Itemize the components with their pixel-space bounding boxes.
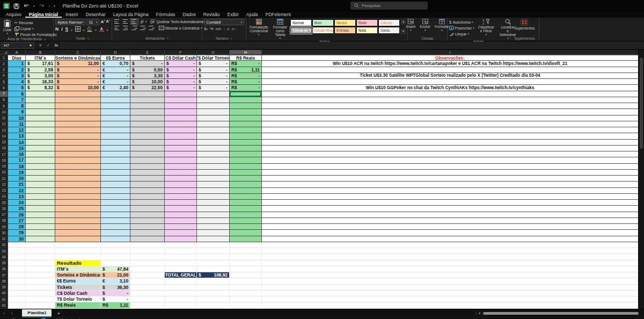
cell-A24[interactable]: 23	[8, 194, 26, 200]
cell-F7[interactable]	[165, 91, 197, 97]
cell-C13[interactable]	[55, 127, 101, 133]
cell-D30[interactable]	[101, 230, 130, 236]
cell-C31[interactable]	[55, 236, 101, 242]
cell-B26[interactable]	[26, 206, 55, 212]
cell-D7[interactable]	[101, 91, 130, 97]
cell-style-chip[interactable]: Célula de Ve...	[290, 27, 312, 34]
row-header-24[interactable]: 24	[0, 194, 8, 200]
cell-C26[interactable]	[55, 206, 101, 212]
cell-G3[interactable]: $-	[197, 67, 230, 73]
cell-D27[interactable]	[101, 212, 130, 218]
cell-A18[interactable]: 17	[8, 157, 26, 163]
cell-E11[interactable]	[130, 115, 165, 121]
cell-C6[interactable]: $10,00	[55, 85, 101, 91]
cell-style-chip[interactable]: Neutro	[334, 19, 356, 26]
increase-indent-icon[interactable]	[148, 25, 155, 31]
qat-customize-icon[interactable]: ▾	[54, 5, 55, 8]
cell-H13[interactable]	[230, 127, 262, 133]
cell-H26[interactable]	[230, 206, 262, 212]
cell-I6[interactable]: Win U$10 GGPoker no chat da Twitch Cynth…	[262, 85, 639, 91]
cell-E1[interactable]: Tickets	[130, 55, 165, 61]
ribbon-tab-ajuda[interactable]: Ajuda	[243, 12, 262, 18]
cell-G26[interactable]	[197, 206, 230, 212]
cell-H5[interactable]: R$-	[230, 79, 262, 85]
vertical-scrollbar-thumb[interactable]	[640, 57, 643, 149]
cell-D35[interactable]	[101, 260, 130, 266]
decrease-decimal-icon[interactable]: .0→	[231, 27, 237, 31]
cell-E4[interactable]: $3,30	[130, 73, 165, 79]
cell-B34[interactable]	[26, 254, 55, 260]
cell-A17[interactable]: 16	[8, 151, 26, 157]
cell-C8[interactable]	[55, 97, 101, 103]
cell-H27[interactable]	[230, 212, 262, 218]
cell-I16[interactable]	[262, 146, 639, 151]
cell-F36[interactable]	[165, 266, 197, 272]
cell-H11[interactable]	[230, 115, 262, 121]
cell-B31[interactable]	[26, 236, 55, 242]
cell-D22[interactable]	[101, 182, 130, 187]
cell-I13[interactable]	[262, 127, 639, 133]
cell-B39[interactable]	[26, 285, 55, 291]
cell-F41[interactable]	[165, 296, 197, 302]
paste-button[interactable]: Colar ▾	[2, 19, 13, 35]
cell-A10[interactable]: 9	[8, 109, 26, 115]
cell-C38[interactable]: €$ Euros	[55, 278, 101, 284]
row-header-22[interactable]: 22	[0, 182, 8, 187]
cell-G21[interactable]	[197, 176, 230, 182]
cell-I21[interactable]	[262, 176, 639, 182]
decrease-font-icon[interactable]: A˅	[106, 19, 110, 25]
cell-H41[interactable]	[230, 296, 262, 302]
cell-I38[interactable]	[262, 278, 639, 284]
cell-F1[interactable]: C$ Dólar Cash	[165, 55, 197, 61]
cell-A28[interactable]: 27	[8, 218, 26, 224]
cell-H31[interactable]	[230, 236, 262, 242]
cell-C15[interactable]	[55, 140, 101, 146]
cell-H7[interactable]	[230, 91, 262, 97]
sheet-nav-right-icon[interactable]: ›	[8, 311, 16, 316]
cell-I23[interactable]	[262, 188, 639, 194]
row-header-15[interactable]: 15	[0, 140, 8, 146]
cell-A42[interactable]	[8, 302, 26, 308]
ribbon-tab-pdfelement[interactable]: PDFelement	[262, 12, 295, 18]
comma-style-icon[interactable]: 000	[216, 27, 221, 31]
cell-E25[interactable]	[130, 200, 165, 206]
cell-E32[interactable]	[130, 242, 165, 248]
cell-F20[interactable]	[165, 170, 197, 176]
cell-B35[interactable]	[26, 260, 55, 266]
cell-A8[interactable]: 7	[8, 97, 26, 103]
accounting-format-icon[interactable]: $▾	[204, 26, 208, 31]
row-header-26[interactable]: 26	[0, 206, 8, 212]
decrease-indent-icon[interactable]	[140, 25, 147, 31]
cell-C39[interactable]: Tickets	[55, 285, 101, 291]
cell-E39[interactable]	[130, 285, 165, 291]
cell-C22[interactable]	[55, 182, 101, 187]
cell-C7[interactable]	[55, 91, 101, 97]
row-header-32[interactable]: 32	[0, 242, 8, 248]
row-header-36[interactable]: 36	[0, 266, 8, 272]
cell-G19[interactable]	[197, 164, 230, 170]
row-header-27[interactable]: 27	[0, 212, 8, 218]
ribbon-tab-fórmulas[interactable]: Fórmulas	[152, 12, 179, 18]
cell-I34[interactable]	[262, 254, 639, 260]
cell-E3[interactable]: $0,50	[130, 67, 165, 73]
cell-C1[interactable]: Sorteios e Dinâmicas	[55, 55, 101, 61]
cell-C9[interactable]	[55, 103, 101, 109]
cell-E35[interactable]	[130, 260, 165, 266]
cell-C36[interactable]: ITM´s	[55, 266, 101, 272]
hscroll-left-icon[interactable]: ◄	[478, 311, 481, 315]
cell-A15[interactable]: 14	[8, 140, 26, 146]
cell-D32[interactable]	[101, 242, 130, 248]
align-top-icon[interactable]	[114, 19, 121, 24]
italic-button[interactable]: I	[61, 26, 62, 32]
cell-G20[interactable]	[197, 170, 230, 176]
cell-I27[interactable]	[262, 212, 639, 218]
cell-I18[interactable]	[262, 157, 639, 163]
cell-F9[interactable]	[165, 103, 197, 109]
cell-A20[interactable]: 19	[8, 170, 26, 176]
cell-B10[interactable]	[26, 109, 55, 115]
row-header-25[interactable]: 25	[0, 200, 8, 206]
row-header-31[interactable]: 31	[0, 236, 8, 242]
cell-A14[interactable]: 13	[8, 133, 26, 139]
cell-G25[interactable]	[197, 200, 230, 206]
cell-D34[interactable]	[101, 254, 130, 260]
